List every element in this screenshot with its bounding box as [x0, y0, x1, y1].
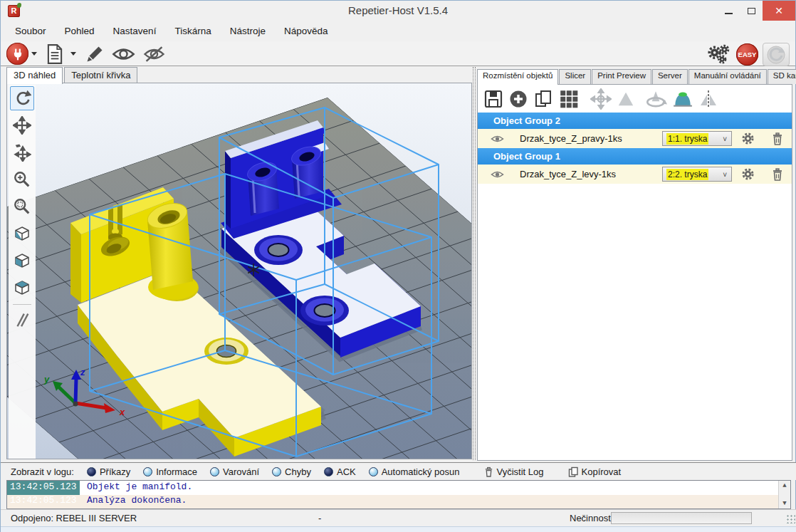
filter-chyby[interactable]: Chyby	[272, 466, 311, 477]
load-dropdown-arrow[interactable]	[70, 52, 76, 56]
app-window: R Repetier-Host V1.5.4 ✕ Soubor Pohled N…	[0, 0, 796, 532]
resize-grip[interactable]	[786, 514, 795, 523]
minimize-button[interactable]	[717, 1, 740, 21]
filter-prikazy[interactable]: Příkazy	[87, 466, 130, 477]
top-view-button[interactable]	[10, 276, 34, 300]
maximize-button[interactable]	[740, 1, 763, 21]
right-panel: Rozmístění objektů Slicer Print Preview …	[477, 69, 792, 461]
cut-object-icon[interactable]	[672, 89, 693, 109]
object-name: Drzak_tyce_Z_pravy-1ks	[520, 133, 622, 144]
object-group-header[interactable]: Object Group 2	[478, 113, 792, 129]
object-row[interactable]: Drzak_tyce_Z_pravy-1ks 1:1. tryska ˅	[478, 129, 792, 148]
save-icon[interactable]	[483, 89, 503, 109]
easy-label: EASY	[738, 51, 757, 58]
visibility-eye-icon[interactable]	[491, 169, 504, 179]
filter-varovani[interactable]: Varování	[210, 466, 259, 477]
menu-pohled[interactable]: Pohled	[65, 26, 95, 36]
tab-manualni-ovladani[interactable]: Manuální ovládání	[688, 69, 767, 84]
move-icon	[13, 116, 31, 135]
menu-soubor[interactable]: Soubor	[15, 26, 46, 36]
filter-automaticky-posun[interactable]: Automatický posun	[369, 466, 460, 477]
copy-log-button[interactable]: Kopírovat	[568, 466, 622, 477]
delete-trash-icon[interactable]	[771, 132, 784, 145]
eye-slash-icon	[142, 46, 166, 63]
object-row[interactable]: Drzak_tyce_Z_levy-1ks 2:2. tryska ˅	[478, 165, 792, 184]
toggle-dot-icon	[324, 467, 333, 476]
front-view-button[interactable]	[10, 249, 34, 273]
log-output[interactable]: 13:42:05.123 Objekt je manifold. 13:42:0…	[6, 480, 791, 509]
visibility-eye-icon[interactable]	[491, 134, 504, 144]
clear-log-button[interactable]: Vyčistit Log	[484, 466, 544, 477]
edit-button[interactable]	[85, 44, 105, 64]
rotate-view-button[interactable]	[10, 86, 34, 110]
tab-slicer[interactable]: Slicer	[559, 69, 591, 84]
scale-object-icon[interactable]	[617, 89, 635, 109]
extruder-number: 2:	[666, 169, 675, 180]
delete-trash-icon[interactable]	[771, 167, 784, 181]
zoom-in-button[interactable]	[10, 167, 34, 192]
log-scrollbar[interactable]: ▲ ▼	[778, 481, 790, 508]
status-center: -	[318, 513, 321, 523]
copy-object-icon[interactable]	[533, 89, 553, 109]
filter-informace[interactable]: Informace	[143, 466, 197, 477]
rotate-view-icon	[13, 89, 31, 108]
eye-icon	[112, 46, 135, 63]
move-view-button[interactable]	[10, 113, 34, 137]
settings-gears-icon[interactable]	[706, 43, 732, 66]
move-object-button[interactable]	[10, 140, 34, 165]
tab-print-preview[interactable]: Print Preview	[592, 69, 651, 84]
object-group-header[interactable]: Object Group 1	[478, 148, 792, 165]
center-object-icon[interactable]	[590, 88, 612, 110]
minimize-icon	[725, 13, 733, 14]
parallel-projection-button[interactable]	[10, 308, 34, 332]
connect-dropdown-arrow[interactable]	[31, 52, 37, 56]
mirror-object-icon[interactable]	[698, 89, 718, 109]
object-settings-gear-icon[interactable]	[741, 167, 755, 181]
counterbore-hole	[254, 235, 303, 265]
connect-button[interactable]	[6, 43, 28, 65]
easy-mode-button[interactable]: EASY	[736, 43, 758, 66]
front-view-icon	[13, 251, 31, 270]
menu-nastroje[interactable]: Nástroje	[230, 26, 266, 36]
hide-travel-button[interactable]	[142, 46, 166, 63]
isometric-view-button[interactable]	[10, 221, 34, 246]
copy-icon	[568, 466, 578, 477]
extruder-select[interactable]: 2:2. tryska ˅	[662, 167, 732, 182]
filter-label: Chyby	[285, 466, 311, 477]
clear-log-label: Vyčistit Log	[497, 466, 544, 477]
log-filter-bar: Zobrazit v logu: Příkazy Informace Varov…	[1, 462, 796, 480]
load-file-button[interactable]	[46, 43, 64, 65]
tab-sd-karta[interactable]: SD karta	[768, 69, 796, 84]
scroll-up-icon[interactable]: ▲	[782, 482, 786, 489]
view-tabs: 3D náhled Teplotní křivka	[6, 67, 139, 83]
menu-napoveda[interactable]: Nápověda	[284, 26, 328, 36]
emergency-stop-button[interactable]	[763, 43, 790, 66]
window-bottom-border	[1, 526, 796, 532]
extruder-select[interactable]: 1:1. tryska ˅	[662, 131, 732, 146]
log-time: 13:42:05.123	[10, 495, 77, 506]
add-object-icon[interactable]	[508, 89, 528, 109]
axis-label-x: x	[119, 407, 125, 417]
counterbore-hole	[300, 296, 349, 325]
tab-rozmisteni-objektu[interactable]: Rozmístění objektů	[477, 69, 558, 85]
viewport-3d[interactable]: x y z	[6, 83, 472, 459]
pencil-icon	[85, 44, 105, 64]
filter-label: Varování	[223, 466, 259, 477]
menu-tiskarna[interactable]: Tiskárna	[174, 26, 211, 36]
menu-nastaveni[interactable]: Nastavení	[113, 26, 157, 36]
window-title: Repetier-Host V1.5.4	[1, 4, 795, 16]
log-entry: 13:42:05.123 Objekt je manifold.	[7, 481, 778, 495]
filter-ack[interactable]: ACK	[324, 466, 356, 477]
panel-splitter[interactable]	[473, 67, 476, 460]
object-settings-gear-icon[interactable]	[741, 132, 755, 145]
rotate-object-icon[interactable]	[644, 88, 667, 110]
scroll-down-icon[interactable]: ▼	[782, 500, 786, 507]
tab-3d-nahled[interactable]: 3D náhled	[6, 67, 63, 84]
show-filament-button[interactable]	[112, 46, 135, 63]
filter-label: Příkazy	[100, 466, 130, 477]
tab-teplotni-krivka[interactable]: Teplotní křivka	[64, 67, 137, 83]
close-button[interactable]: ✕	[763, 1, 795, 21]
tab-server[interactable]: Server	[652, 69, 688, 84]
zoom-fit-button[interactable]	[10, 194, 34, 219]
autoposition-icon[interactable]	[558, 88, 580, 110]
